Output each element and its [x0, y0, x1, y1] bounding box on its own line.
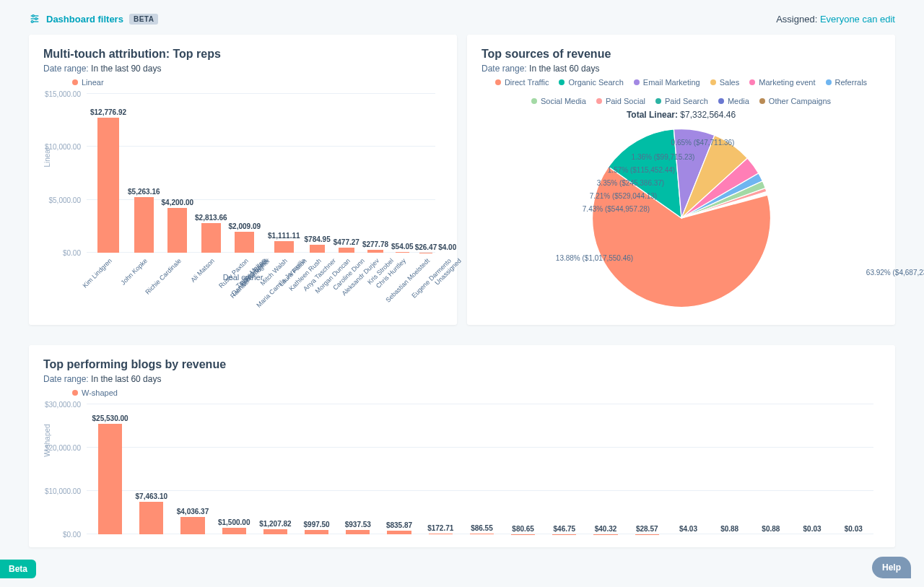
bar-1[interactable]: $7,463.10 [131, 404, 171, 534]
bar-chart-blogs: W-shaped $0.00$10,000.00$20,000.00$30,00… [87, 404, 881, 534]
bar-13[interactable]: $28.57 [627, 404, 667, 534]
bar-9[interactable]: $86.55 [462, 404, 502, 534]
card-top-blogs: Top performing blogs by revenue Date ran… [29, 345, 895, 547]
card-top-reps: Multi-touch attribution: Top reps Date r… [29, 35, 457, 325]
dashboard-filters-label: Dashboard filters [46, 14, 123, 25]
legend-item[interactable]: Media [718, 97, 749, 105]
legend-item[interactable]: Organic Search [559, 78, 623, 87]
bar-19[interactable]: $26.47Sebastian Moelstedt [415, 94, 437, 253]
bar-2[interactable]: $4,200.00Richie Cardinale [162, 94, 194, 253]
y-axis-label: W-shaped [43, 424, 51, 456]
legend-item[interactable]: Paid Social [596, 97, 645, 105]
legend-item[interactable]: Sales [710, 78, 740, 87]
beta-button[interactable]: Beta [0, 560, 36, 576]
help-button[interactable]: Help [872, 557, 911, 576]
beta-badge: BETA [129, 14, 158, 25]
card-title: Multi-touch attribution: Top reps [43, 48, 443, 61]
topbar: Dashboard filters BETA Assigned: Everyon… [0, 0, 924, 35]
legend-item[interactable]: Direct Traffic [495, 78, 549, 87]
date-range: Date range: In the last 60 days [481, 64, 881, 74]
legend: Direct TrafficOrganic SearchEmail Market… [481, 78, 881, 105]
dashboard-filters-button[interactable]: Dashboard filters BETA [29, 13, 158, 25]
bar-0[interactable]: $25,530.00 [90, 404, 130, 534]
bar-0[interactable]: $12,776.92Kim Lindgren [90, 94, 126, 253]
legend: W-shaped [72, 388, 881, 397]
svg-point-3 [35, 18, 38, 20]
slice-label: 1.36% ($99,715.23) [632, 153, 695, 161]
slice-label: 1.57% ($115,452.44) [608, 166, 675, 174]
date-range: Date range: In the last 60 days [43, 374, 881, 384]
slice-label: 0.65% ($47,711.36) [671, 139, 735, 147]
slice-label: 3.35% ($245,386.37) [597, 179, 664, 187]
bar-7[interactable]: $835.87 [379, 404, 419, 534]
legend-item[interactable]: Email Marketing [634, 78, 700, 87]
legend-item[interactable]: Marketing event [749, 78, 815, 87]
bar-18[interactable]: $0.03 [834, 404, 873, 534]
slice-label: 13.88% ($1,017,550.46) [556, 254, 633, 262]
bar-3[interactable]: $1,500.00 [214, 404, 254, 534]
legend-item[interactable]: Social Media [531, 97, 586, 105]
slice-label: 63.92% ($4,687,233.79) [866, 269, 924, 277]
bar-2[interactable]: $4,036.37 [173, 404, 212, 534]
bar-5[interactable]: $997.50 [297, 404, 336, 534]
slice-label: 7.43% ($544,957.28) [583, 205, 650, 213]
card-title: Top performing blogs by revenue [43, 358, 881, 371]
bar-20[interactable]: $4.00Eugene Darmento [438, 94, 456, 253]
svg-point-5 [31, 21, 33, 23]
bar-14[interactable]: $4.03 [668, 404, 708, 534]
bar-6[interactable]: $937.53 [338, 404, 378, 534]
bar-4[interactable]: $2,009.09Rusty Paxton [229, 94, 261, 253]
bar-12[interactable]: $40.32 [585, 404, 625, 534]
total-linear: Total Linear: $7,332,564.46 [481, 110, 881, 120]
pie-chart-sources: 63.92% ($4,687,233.79)13.88% ($1,017,550… [481, 124, 881, 312]
assigned-block: Assigned: Everyone can edit [776, 14, 895, 25]
bar-16[interactable]: $0.88 [751, 404, 790, 534]
bar-16[interactable]: $277.78Aleksandr Durjev [362, 94, 388, 253]
card-top-sources: Top sources of revenue Date range: In th… [467, 35, 895, 325]
bar-chart-reps: Linear $0.00$5,000.00$10,000.00$15,000.0… [87, 94, 443, 253]
bar-1[interactable]: $5,263.16John Kopke [128, 94, 160, 253]
bar-14[interactable]: $477.27Morgan Duncan [334, 94, 359, 253]
date-range: Date range: In the last 90 days [43, 64, 443, 74]
bar-15[interactable]: $0.88 [710, 404, 749, 534]
bar-9[interactable]: $1,111.11Mitch Walsh [268, 94, 300, 253]
bar-17[interactable]: $0.03 [792, 404, 832, 534]
slice-label: 7.21% ($529,044.13) [590, 192, 657, 200]
bar-11[interactable]: $46.75 [544, 404, 584, 534]
bar-18[interactable]: $54.05Chris Huntley [391, 94, 414, 253]
filter-icon [29, 13, 40, 25]
legend-item[interactable]: Referrals [826, 78, 868, 87]
legend-item[interactable]: Paid Search [655, 97, 708, 105]
bar-12[interactable]: $784.95Kathleen Rush [305, 94, 331, 253]
svg-point-1 [32, 15, 35, 17]
legend-item[interactable]: Other Campaigns [759, 97, 831, 105]
card-title: Top sources of revenue [481, 48, 881, 61]
bar-4[interactable]: $1,207.82 [256, 404, 295, 534]
bar-10[interactable]: $80.65 [503, 404, 543, 534]
bar-3[interactable]: $2,813.66Ali Matson [195, 94, 227, 253]
assigned-value-link[interactable]: Everyone can edit [820, 14, 895, 25]
bar-8[interactable]: $172.71 [421, 404, 461, 534]
assigned-label: Assigned: [776, 14, 817, 25]
legend: Linear [72, 78, 443, 87]
